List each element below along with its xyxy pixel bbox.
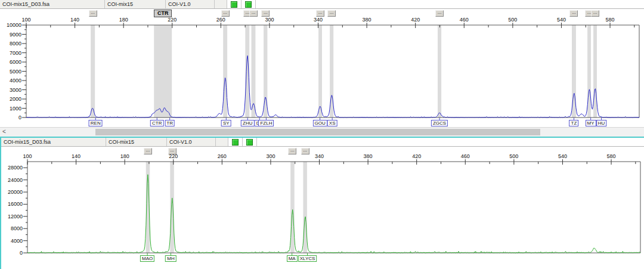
svg-text:260: 260: [216, 17, 225, 23]
marker-options-button[interactable]: ...: [249, 10, 258, 17]
marker-options-button[interactable]: ...: [288, 148, 296, 154]
svg-text:5000: 5000: [10, 69, 21, 75]
scroll-left-arrow-icon[interactable]: <: [2, 128, 6, 135]
marker-options-button[interactable]: ...: [327, 10, 336, 17]
svg-text:420: 420: [411, 17, 420, 23]
dye-checkbox-1[interactable]: [227, 0, 242, 8]
svg-text:180: 180: [119, 17, 128, 23]
svg-text:8000: 8000: [11, 225, 23, 231]
svg-text:16000: 16000: [8, 201, 23, 207]
peak-label-my[interactable]: MY: [586, 120, 596, 126]
electropherogram-svg-2: 1001401802202603003403804204605005405800…: [1, 147, 644, 269]
peak-label-ctr[interactable]: CTR: [150, 120, 163, 126]
green-dye-on-icon: [246, 139, 253, 146]
electropherogram-svg-1: 1001401802202603003403804204605005405800…: [0, 9, 644, 127]
marker-options-button[interactable]: ...: [435, 10, 444, 17]
green-dye-on-icon: [245, 1, 252, 8]
svg-text:24000: 24000: [8, 177, 23, 183]
svg-text:4000: 4000: [11, 238, 23, 244]
sample-header-row-2: COI-mix15_D03.fsa COI-mix15 COI-V1.0: [1, 138, 644, 147]
marker-options-button[interactable]: ...: [301, 148, 309, 154]
green-dye-on-icon: [231, 1, 237, 8]
svg-text:220: 220: [168, 17, 177, 23]
marker-options-button[interactable]: ...: [89, 10, 97, 17]
svg-text:460: 460: [460, 17, 469, 23]
svg-text:10000: 10000: [7, 22, 21, 28]
svg-text:2000: 2000: [10, 96, 21, 102]
plot-area-2: 1001401802202603003403804204605005405800…: [1, 147, 644, 269]
marker-options-button[interactable]: ...: [261, 10, 270, 17]
horizontal-scrollbar[interactable]: <: [0, 127, 644, 137]
peak-label-tz[interactable]: TZ: [569, 120, 579, 126]
peak-label-zgcs[interactable]: ZGCS: [431, 120, 448, 126]
marker-options-button[interactable]: ...: [144, 148, 152, 154]
svg-text:340: 340: [314, 17, 323, 23]
electropherogram-panel-1: COI-mix15_D03.fsa COI-mix15 COI-V1.0 100…: [0, 0, 644, 127]
range-selector-ctr[interactable]: CTR: [154, 10, 172, 17]
peak-label-tr[interactable]: TR: [165, 120, 175, 126]
svg-text:500: 500: [508, 17, 517, 23]
svg-text:6000: 6000: [10, 59, 21, 65]
sample-name-cell: COI-mix15: [105, 0, 166, 8]
svg-text:4000: 4000: [10, 78, 21, 84]
marker-options-button[interactable]: ...: [168, 148, 177, 154]
file-name-cell: COI-mix15_D03.fsa: [1, 138, 106, 146]
green-dye-on-icon: [232, 139, 239, 146]
svg-text:300: 300: [265, 17, 274, 23]
marker-options-button[interactable]: ...: [316, 10, 324, 17]
svg-text:140: 140: [70, 17, 79, 23]
scrollbar-thumb[interactable]: [95, 129, 540, 135]
svg-text:12000: 12000: [8, 214, 23, 219]
peak-label-fzlh[interactable]: FZLH: [258, 120, 274, 126]
dye-checkbox-2[interactable]: [242, 0, 256, 8]
peak-label-ren[interactable]: REN: [89, 120, 103, 126]
panel-version-cell: COI-V1.0: [166, 0, 215, 8]
svg-text:540: 540: [557, 17, 566, 23]
peak-label-mh[interactable]: MH: [165, 255, 176, 262]
svg-text:0: 0: [18, 115, 21, 120]
svg-text:9000: 9000: [10, 32, 21, 38]
peak-label-hu[interactable]: HU: [596, 120, 607, 126]
sample-header-row-1: COI-mix15_D03.fsa COI-mix15 COI-V1.0: [0, 0, 644, 9]
svg-text:100: 100: [21, 17, 30, 23]
peak-label-ma[interactable]: MA: [287, 255, 298, 262]
dye-checkbox-2[interactable]: [243, 138, 257, 146]
plot-area-1: 1001401802202603003403804204605005405800…: [0, 9, 644, 127]
svg-text:380: 380: [363, 17, 371, 23]
marker-controls-row-2: ............: [1, 147, 644, 155]
file-name-cell: COI-mix15_D03.fsa: [0, 0, 105, 8]
svg-text:7000: 7000: [10, 50, 21, 56]
peak-label-gou[interactable]: GOU: [312, 120, 327, 126]
peak-label-sy[interactable]: SY: [221, 120, 231, 126]
svg-text:3000: 3000: [10, 87, 21, 93]
header-spacer-cell: [216, 138, 228, 146]
peak-label-xs[interactable]: XS: [327, 120, 338, 126]
svg-text:8000: 8000: [10, 41, 21, 47]
header-spacer-cell: [215, 0, 227, 8]
peak-label-zhu[interactable]: ZHU: [241, 120, 254, 126]
svg-text:28000: 28000: [8, 165, 23, 171]
peak-label-xlycs[interactable]: XLYCS: [298, 255, 317, 262]
svg-text:20000: 20000: [8, 189, 23, 195]
marker-options-button[interactable]: ...: [591, 10, 599, 17]
svg-text:0: 0: [20, 250, 23, 256]
svg-text:1000: 1000: [10, 106, 21, 112]
panel-version-cell: COI-V1.0: [167, 138, 216, 146]
marker-controls-row-1: .................................CTR: [0, 9, 644, 17]
marker-options-button[interactable]: ...: [221, 10, 230, 17]
peak-label-mao[interactable]: MAO: [140, 255, 154, 262]
svg-text:580: 580: [606, 17, 615, 23]
electropherogram-panel-2: COI-mix15_D03.fsa COI-mix15 COI-V1.0 100…: [0, 137, 644, 269]
sample-name-cell: COI-mix15: [106, 138, 167, 146]
dye-checkbox-1[interactable]: [228, 138, 243, 146]
marker-options-button[interactable]: ...: [569, 10, 578, 17]
